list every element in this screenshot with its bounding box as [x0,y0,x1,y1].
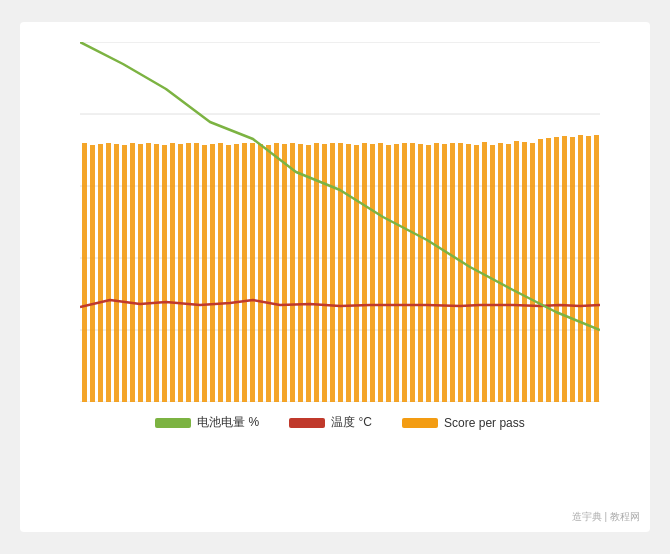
svg-rect-33 [146,143,151,402]
legend-battery: 电池电量 % [155,414,259,431]
svg-rect-37 [178,144,183,402]
legend-temp-label: 温度 °C [331,414,372,431]
svg-rect-60 [362,143,367,402]
svg-rect-34 [154,144,159,402]
svg-rect-50 [282,144,287,402]
legend-temp: 温度 °C [289,414,372,431]
svg-rect-36 [170,143,175,402]
svg-rect-59 [354,145,359,402]
svg-rect-31 [130,143,135,402]
svg-rect-57 [338,143,343,402]
svg-rect-41 [210,144,215,402]
svg-rect-80 [522,142,527,402]
svg-rect-77 [498,143,503,402]
svg-rect-48 [266,145,271,402]
svg-rect-86 [570,137,575,402]
svg-rect-25 [82,143,87,402]
svg-rect-28 [106,143,111,402]
legend-score-color [402,418,438,428]
svg-rect-73 [466,144,471,402]
svg-rect-26 [90,145,95,402]
svg-rect-79 [514,141,519,402]
svg-rect-56 [330,143,335,402]
legend-score: Score per pass [402,416,525,430]
svg-rect-46 [250,143,255,402]
svg-rect-29 [114,144,119,402]
svg-rect-61 [370,144,375,402]
svg-rect-44 [234,144,239,402]
svg-rect-47 [258,144,263,402]
svg-rect-85 [562,136,567,402]
legend-score-label: Score per pass [444,416,525,430]
watermark: 造宇典 | 教程网 [572,510,640,524]
svg-rect-62 [378,143,383,402]
svg-rect-42 [218,143,223,402]
svg-rect-68 [426,145,431,402]
svg-rect-53 [306,145,311,402]
svg-rect-64 [394,144,399,402]
chart-area: 100 80 60 40 20 0 5000 4000 3000 2000 10… [80,42,600,402]
svg-rect-82 [538,139,543,402]
svg-rect-76 [490,145,495,402]
svg-rect-89 [594,135,599,402]
svg-rect-51 [290,143,295,402]
svg-rect-39 [194,143,199,402]
svg-rect-75 [482,142,487,402]
svg-rect-27 [98,144,103,402]
svg-rect-69 [434,143,439,402]
svg-rect-72 [458,143,463,402]
chart-container: 100 80 60 40 20 0 5000 4000 3000 2000 10… [20,22,650,532]
svg-rect-43 [226,145,231,402]
svg-rect-83 [546,138,551,402]
svg-rect-84 [554,137,559,402]
svg-rect-32 [138,144,143,402]
legend-battery-label: 电池电量 % [197,414,259,431]
svg-rect-81 [530,143,535,402]
svg-rect-74 [474,145,479,402]
svg-rect-38 [186,143,191,402]
svg-rect-87 [578,135,583,402]
svg-rect-52 [298,144,303,402]
svg-rect-88 [586,136,591,402]
legend-temp-color [289,418,325,428]
svg-rect-40 [202,145,207,402]
svg-rect-63 [386,145,391,402]
svg-rect-30 [122,145,127,402]
chart-svg: 100 80 60 40 20 0 5000 4000 3000 2000 10… [80,42,600,402]
svg-rect-65 [402,143,407,402]
svg-rect-66 [410,143,415,402]
svg-rect-71 [450,143,455,402]
svg-rect-78 [506,144,511,402]
svg-rect-49 [274,143,279,402]
svg-rect-67 [418,144,423,402]
svg-rect-70 [442,144,447,402]
svg-rect-45 [242,143,247,402]
legend-battery-color [155,418,191,428]
chart-legend: 电池电量 % 温度 °C Score per pass [80,414,600,431]
svg-rect-58 [346,144,351,402]
svg-rect-35 [162,145,167,402]
